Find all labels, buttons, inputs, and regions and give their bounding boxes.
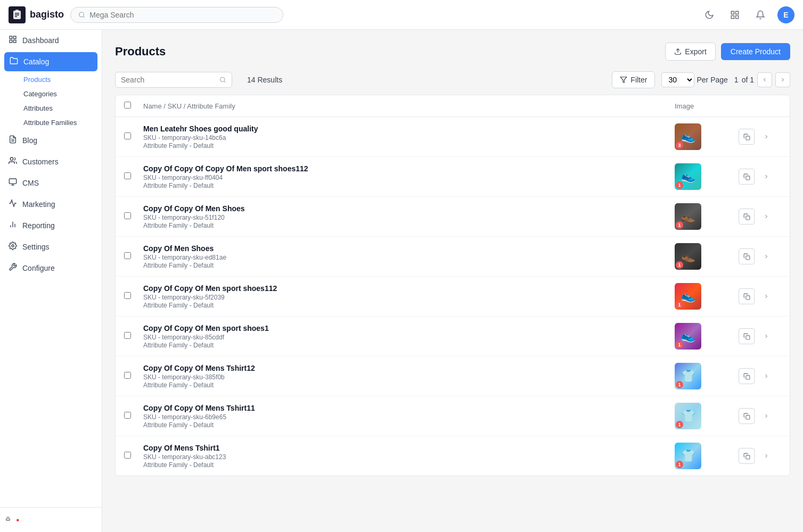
table-toolbar: 14 Results Filter 30 50 100	[115, 71, 790, 88]
main-content: Products Export Create Product	[102, 30, 803, 532]
export-label: Export	[685, 47, 706, 56]
moon-icon[interactable]	[701, 6, 718, 23]
expand-button-6[interactable]	[760, 330, 773, 343]
row-checkbox-2[interactable]	[124, 172, 131, 179]
row-checkbox-col	[124, 412, 143, 420]
row-checkbox-col	[124, 212, 143, 221]
row-actions-1	[739, 129, 781, 145]
expand-button-2[interactable]	[760, 170, 773, 183]
product-sku-1: SKU - temporary-sku-14bc6a	[143, 134, 675, 142]
row-checkbox-8[interactable]	[124, 412, 131, 419]
table-search-wrap[interactable]	[115, 72, 232, 88]
per-page-label: Per Page	[697, 76, 727, 84]
sidebar-item-settings[interactable]: Settings	[0, 236, 102, 257]
expand-button-3[interactable]	[760, 210, 773, 223]
row-checkbox-col	[124, 172, 143, 181]
copy-button-1[interactable]	[739, 129, 755, 145]
filter-button[interactable]: Filter	[612, 71, 655, 88]
copy-button-2[interactable]	[739, 169, 755, 185]
row-checkbox-1[interactable]	[124, 132, 131, 139]
table-row: Copy Of Mens Tshirt1 SKU - temporary-sku…	[116, 436, 790, 476]
avatar[interactable]: E	[777, 6, 794, 23]
row-checkbox-9[interactable]	[124, 452, 131, 459]
copy-button-3[interactable]	[739, 209, 755, 225]
bell-icon[interactable]	[752, 6, 769, 23]
app-container: bagisto	[0, 0, 803, 532]
product-image-col-8: 👕 1	[675, 403, 739, 429]
product-name-2: Copy Of Copy Of Copy Of Men sport shoes1…	[143, 164, 675, 173]
grid-icon[interactable]	[726, 6, 743, 23]
row-checkbox-3[interactable]	[124, 212, 131, 219]
main-area: Dashboard Catalog Products Categories At…	[0, 30, 803, 532]
svg-rect-8	[731, 15, 734, 18]
configure-icon	[9, 263, 17, 273]
copy-button-8[interactable]	[739, 408, 755, 424]
product-family-4: Attribute Family - Default	[143, 262, 675, 269]
table-search-input[interactable]	[121, 76, 216, 84]
prev-page-button[interactable]	[757, 72, 772, 87]
product-family-9: Attribute Family - Default	[143, 461, 675, 469]
svg-rect-34	[745, 415, 749, 419]
svg-rect-11	[13, 36, 16, 39]
row-checkbox-5[interactable]	[124, 292, 131, 299]
row-checkbox-4[interactable]	[124, 252, 131, 259]
row-checkbox-6[interactable]	[124, 332, 131, 339]
sidebar-item-customers[interactable]: Customers	[0, 151, 102, 172]
sidebar-subitem-products[interactable]: Products	[9, 72, 102, 87]
sidebar-item-configure[interactable]: Configure	[0, 257, 102, 279]
sidebar-subitem-categories[interactable]: Categories	[9, 87, 102, 101]
svg-rect-7	[736, 11, 739, 14]
sidebar-subitem-attribute-families[interactable]: Attribute Families	[9, 115, 102, 130]
sidebar-label-blog: Blog	[22, 136, 37, 145]
sidebar-bottom-item[interactable]: ●	[0, 512, 102, 528]
expand-button-7[interactable]	[760, 370, 773, 383]
sidebar-item-catalog[interactable]: Catalog	[4, 52, 97, 71]
export-button[interactable]: Export	[665, 43, 715, 61]
sidebar-item-dashboard[interactable]: Dashboard	[0, 30, 102, 51]
header-name-col: Name / SKU / Attribute Family	[143, 102, 675, 110]
copy-button-6[interactable]	[739, 328, 755, 344]
search-bar[interactable]	[70, 7, 283, 23]
select-all-checkbox[interactable]	[124, 102, 131, 109]
sidebar-item-reporting[interactable]: Reporting	[0, 215, 102, 236]
copy-button-5[interactable]	[739, 288, 755, 304]
per-page-dropdown[interactable]: 30 50 100	[661, 72, 694, 87]
product-image-3: 👞 1	[675, 203, 701, 230]
table-row: Copy Of Copy Of Men Shoes SKU - temporar…	[116, 197, 790, 237]
svg-point-5	[79, 12, 84, 17]
product-family-2: Attribute Family - Default	[143, 182, 675, 189]
sidebar-label-customers: Customers	[22, 157, 59, 166]
expand-button-1[interactable]	[760, 130, 773, 143]
sidebar-item-marketing[interactable]: Marketing	[0, 194, 102, 215]
copy-button-9[interactable]	[739, 448, 755, 464]
next-page-button[interactable]	[775, 72, 790, 87]
row-checkbox-7[interactable]	[124, 372, 131, 379]
row-actions-3	[739, 209, 781, 225]
svg-rect-1	[15, 10, 19, 12]
toolbar-right: Filter 30 50 100 Per Page 1 of 1	[612, 71, 790, 88]
table-row: Copy Of Copy Of Men sport shoes1 SKU - t…	[116, 317, 790, 356]
product-rows-container: Men Leatehr Shoes good quality SKU - tem…	[116, 117, 790, 476]
copy-button-4[interactable]	[739, 248, 755, 264]
product-info-8: Copy Of Copy Of Mens Tshirt11 SKU - temp…	[143, 404, 675, 429]
svg-rect-27	[745, 136, 749, 139]
product-image-col-9: 👕 1	[675, 443, 739, 469]
top-bar-right: E	[701, 6, 794, 23]
table-row: Copy Of Copy Of Mens Tshirt12 SKU - temp…	[116, 356, 790, 396]
svg-rect-30	[745, 255, 749, 259]
filter-icon	[620, 76, 627, 84]
search-input[interactable]	[89, 11, 275, 19]
expand-button-5[interactable]	[760, 290, 773, 303]
expand-button-4[interactable]	[760, 250, 773, 263]
product-info-3: Copy Of Copy Of Men Shoes SKU - temporar…	[143, 204, 675, 229]
sidebar-item-blog[interactable]: Blog	[0, 130, 102, 151]
expand-button-9[interactable]	[760, 450, 773, 462]
expand-button-8[interactable]	[760, 410, 773, 422]
create-product-button[interactable]: Create Product	[721, 43, 790, 60]
product-info-5: Copy Of Copy Of Men sport shoes112 SKU -…	[143, 284, 675, 309]
product-info-4: Copy Of Men Shoes SKU - temporary-sku-ed…	[143, 244, 675, 269]
copy-button-7[interactable]	[739, 368, 755, 384]
sidebar-subitem-attributes[interactable]: Attributes	[9, 101, 102, 115]
sidebar-bottom: ●	[0, 507, 102, 532]
sidebar-item-cms[interactable]: CMS	[0, 172, 102, 194]
